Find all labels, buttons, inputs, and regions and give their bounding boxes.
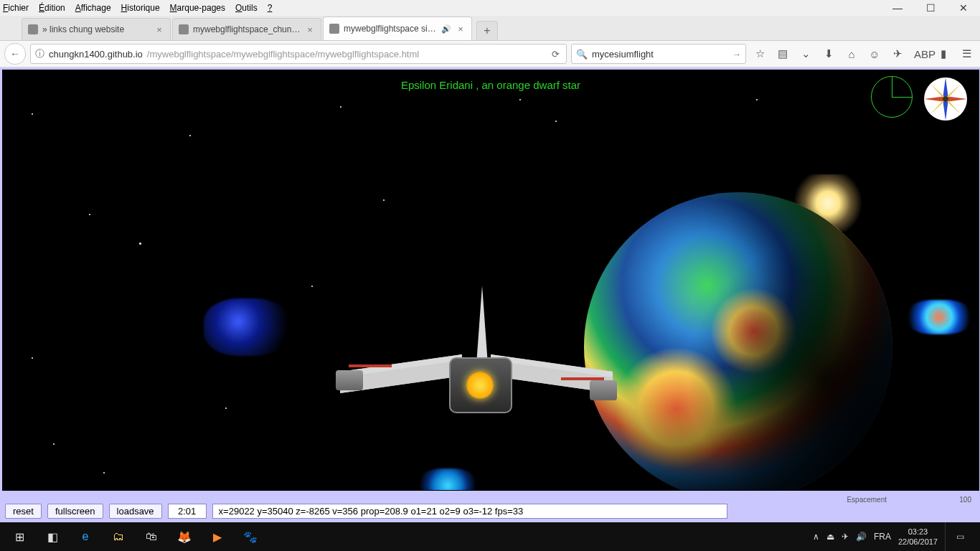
store-icon[interactable]: 🛍 [135, 522, 168, 551]
search-icon: 🔍 [576, 49, 588, 60]
favicon-icon [179, 24, 189, 34]
hud [871, 76, 969, 122]
eject-icon[interactable]: ⏏ [826, 532, 834, 542]
sidebar-icon[interactable]: ▮ [937, 47, 950, 60]
search-value: mycesiumflight [592, 49, 654, 60]
page-content: Epsilon Eridani , an orange dwarf star [0, 67, 980, 522]
favicon-icon [28, 24, 38, 34]
menu-affichage[interactable]: Affichage [75, 3, 111, 13]
browser-window: — ☐ ✕ FichierÉditionAffichageHistoriqueM… [0, 0, 980, 551]
bookmark-star-icon[interactable]: ☆ [753, 47, 766, 60]
fullscreen-button[interactable]: fullscreen [47, 504, 103, 519]
windows-taskbar: ⊞◧e🗂🛍🦊▶🐾 ∧⏏✈🔊 FRA 03:23 22/06/2017 ▭ [0, 522, 980, 551]
site-info-icon[interactable]: ⓘ [35, 47, 44, 60]
status-zoom: 100 [959, 496, 971, 504]
pocket-icon[interactable]: ⌄ [799, 47, 812, 60]
menu-historique[interactable]: Historique [121, 3, 160, 13]
window-close-button[interactable]: ✕ [947, 0, 980, 16]
smiley-icon[interactable]: ☺ [868, 48, 881, 60]
toolbar-icons: ☆▤⌄⬇⌂☺✈ABP▮☰ [750, 47, 976, 60]
menu-fichier[interactable]: Fichier [3, 3, 29, 13]
taskbar-date: 22/06/2017 [898, 537, 938, 547]
system-tray: ∧⏏✈🔊 FRA 03:23 22/06/2017 ▭ [813, 522, 977, 551]
sim-control-bar: reset fullscreen loadsave 2:01 x=29022 y… [2, 501, 978, 520]
nebula-1 [204, 298, 290, 356]
url-domain: chungkn1400.github.io [49, 49, 143, 60]
menu-outils[interactable]: Outils [235, 3, 258, 13]
media-player-icon[interactable]: ▶ [201, 522, 234, 551]
browser-menubar: FichierÉditionAffichageHistoriqueMarque-… [0, 0, 980, 16]
menu-?[interactable]: ? [268, 3, 273, 13]
task-view-button[interactable]: ◧ [36, 522, 69, 551]
menu-édition[interactable]: Édition [39, 3, 65, 13]
tab-close-button[interactable]: × [305, 24, 315, 34]
url-bar[interactable]: ⓘ chungkn1400.github.io/mywebglflightspa… [30, 44, 567, 64]
audio-indicator-icon[interactable]: 🔊 [441, 24, 451, 34]
start-button[interactable]: ⊞ [3, 522, 36, 551]
file-explorer-icon[interactable]: 🗂 [102, 522, 135, 551]
compass-icon [923, 76, 969, 122]
search-go-button[interactable]: → [732, 49, 741, 60]
action-center-icon[interactable]: ▭ [945, 522, 974, 551]
sim-clock-input[interactable]: 2:01 [168, 504, 207, 519]
browser-tab[interactable]: mywebglflightspace_chun…× [172, 18, 321, 40]
taskbar-clock[interactable]: 03:23 22/06/2017 [898, 527, 938, 547]
spaceship [340, 286, 613, 415]
tab-title: mywebglflightspace_chun… [193, 24, 301, 34]
nebula-2 [419, 468, 476, 491]
gimp-icon[interactable]: 🐾 [234, 522, 267, 551]
loadsave-button[interactable]: loadsave [109, 504, 162, 519]
tab-close-button[interactable]: × [154, 24, 164, 34]
reload-button[interactable]: ⟳ [549, 49, 562, 60]
favicon-icon [329, 24, 339, 34]
library-icon[interactable]: ▤ [776, 47, 789, 60]
planet [584, 192, 892, 491]
airplane-mode-icon[interactable]: ✈ [842, 532, 849, 542]
sim-readout: x=29022 y=35040 z=-8265 v=356 prop=208.9… [212, 504, 727, 519]
reset-button[interactable]: reset [5, 504, 42, 519]
volume-icon[interactable]: 🔊 [856, 532, 867, 542]
webgl-canvas[interactable]: Epsilon Eridani , an orange dwarf star [2, 70, 979, 491]
tray-overflow-icon[interactable]: ∧ [813, 532, 819, 542]
new-tab-button[interactable]: + [476, 21, 498, 40]
firefox-icon[interactable]: 🦊 [168, 522, 201, 551]
status-spacing: Espacement [847, 496, 887, 504]
tab-strip: » links chung website×mywebglflightspace… [0, 16, 980, 41]
menu-marque-pages[interactable]: Marque-pages [170, 3, 225, 13]
window-maximize-button[interactable]: ☐ [914, 0, 947, 16]
sim-caption: Epsilon Eridani , an orange dwarf star [401, 79, 580, 91]
window-controls: — ☐ ✕ [881, 0, 980, 16]
attitude-indicator-icon [871, 76, 913, 118]
language-indicator[interactable]: FRA [874, 532, 891, 542]
tab-close-button[interactable]: × [456, 24, 466, 34]
browser-toolbar: ← ⓘ chungkn1400.github.io/mywebglflights… [0, 41, 980, 67]
browser-tab[interactable]: » links chung website× [22, 18, 171, 40]
home-icon[interactable]: ⌂ [845, 48, 858, 60]
nebula-3 [907, 300, 971, 334]
taskbar-time: 03:23 [898, 527, 938, 537]
tab-title: mywebglflightspace si… [344, 24, 437, 34]
edge-icon[interactable]: e [69, 522, 102, 551]
url-path: /mywebglflightspace/mywebglflightspace/m… [147, 49, 419, 60]
hamburger-menu-icon[interactable]: ☰ [960, 47, 973, 60]
send-icon[interactable]: ✈ [891, 47, 904, 60]
search-bar[interactable]: 🔍 mycesiumflight → [571, 44, 746, 64]
tab-title: » links chung website [42, 24, 150, 34]
abp-icon[interactable]: ABP [914, 48, 927, 60]
back-button[interactable]: ← [4, 43, 26, 65]
browser-tab[interactable]: mywebglflightspace si…🔊× [323, 17, 472, 40]
window-minimize-button[interactable]: — [881, 0, 914, 16]
svg-point-5 [943, 96, 948, 102]
downloads-icon[interactable]: ⬇ [822, 47, 835, 60]
